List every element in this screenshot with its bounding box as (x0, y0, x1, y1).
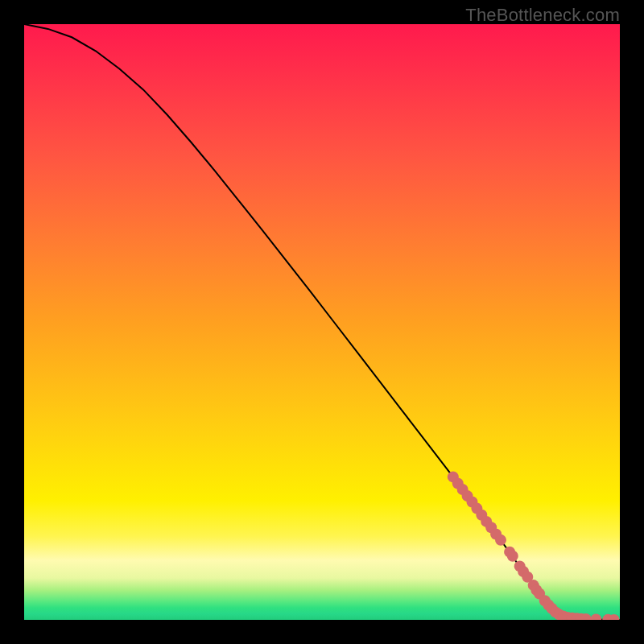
chart-marker (495, 535, 506, 546)
chart-marker (507, 551, 518, 562)
chart-overlay-svg (24, 24, 620, 620)
watermark-text: TheBottleneck.com (465, 5, 620, 26)
plot-area (24, 24, 620, 620)
chart-marker (590, 614, 601, 620)
chart-curve (24, 24, 620, 620)
chart-stage: TheBottleneck.com (0, 0, 644, 644)
chart-markers (448, 471, 620, 620)
